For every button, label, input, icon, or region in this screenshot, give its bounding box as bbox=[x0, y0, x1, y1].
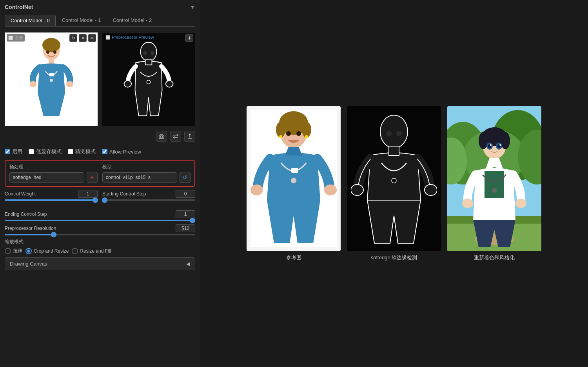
preprocess-res-header: Preprocessor Resolution 512 bbox=[5, 224, 195, 232]
ending-step-value[interactable]: 1 bbox=[176, 210, 195, 218]
svg-point-25 bbox=[296, 131, 301, 136]
svg-point-8 bbox=[53, 51, 56, 54]
ending-step-header: Ending Control Step 1 bbox=[5, 210, 195, 218]
control-weight-slider[interactable] bbox=[5, 199, 98, 201]
low-vram-checkbox[interactable] bbox=[29, 149, 34, 154]
svg-point-62 bbox=[462, 199, 473, 208]
svg-point-60 bbox=[499, 144, 501, 146]
download-preview-btn[interactable]: ⬇ bbox=[185, 34, 193, 42]
radio-resize-fill-label: Resize and Fill bbox=[80, 248, 111, 254]
model-select-row: control_v11p_sd15_s ↺ bbox=[102, 172, 191, 183]
svg-point-29 bbox=[291, 178, 296, 183]
radio-crop-resize-btn[interactable] bbox=[25, 248, 32, 254]
model-refresh-btn[interactable]: ↺ bbox=[180, 172, 191, 183]
scale-mode-section: 缩放模式 拉伸 Crop and Resize Resize and Fill bbox=[5, 239, 195, 254]
radio-stretch[interactable]: 拉伸 bbox=[5, 248, 22, 254]
preprocessor-preview-controls: ⬇ bbox=[185, 34, 193, 42]
upload-btn[interactable] bbox=[184, 131, 195, 142]
svg-rect-37 bbox=[389, 147, 399, 155]
refresh-image-btn[interactable]: ↻ bbox=[69, 34, 77, 42]
ref-result-image bbox=[247, 106, 341, 251]
drawing-canvas-row[interactable]: Drawing Canvas ◀ bbox=[5, 257, 195, 270]
preprocess-fire-btn[interactable]: ✳ bbox=[87, 172, 98, 183]
result-item-edge: softedge 软边缘检测 bbox=[347, 106, 441, 261]
ending-step-slider[interactable] bbox=[5, 220, 195, 221]
preprocessor-label: 预处理 bbox=[9, 164, 98, 170]
preprocessor-preview-box[interactable]: ⬜ Preprocessor Preview ⬇ bbox=[102, 32, 195, 126]
allow-preview-checkbox[interactable] bbox=[102, 149, 107, 154]
model-select[interactable]: control_v11p_sd15_s bbox=[102, 172, 177, 183]
svg-point-28 bbox=[324, 184, 337, 195]
tab-model-2[interactable]: Control Model - 2 bbox=[107, 15, 157, 26]
preprocessor-preview-label: ⬜ Preprocessor Preview bbox=[104, 34, 156, 40]
right-panel: 参考图 bbox=[200, 0, 588, 367]
scale-mode-label: 缩放模式 bbox=[5, 239, 195, 245]
enable-checkbox[interactable] bbox=[5, 149, 10, 154]
svg-point-59 bbox=[490, 144, 492, 146]
edit-image-btn[interactable]: ✏ bbox=[88, 34, 96, 42]
ending-step-slider-row: Ending Control Step 1 bbox=[5, 210, 195, 221]
starting-step-label: Starting Control Step bbox=[102, 191, 146, 197]
input-image-box[interactable]: ⬜ 图像 ↻ ✕ ✏ bbox=[5, 32, 98, 126]
svg-point-39 bbox=[396, 131, 402, 136]
preprocessor-col: 预处理 softedge_hed ✳ bbox=[9, 164, 98, 183]
ref-caption: 参考图 bbox=[286, 254, 301, 261]
svg-point-12 bbox=[166, 81, 173, 87]
anime-caption: 重新着色和风格化 bbox=[474, 254, 515, 261]
ending-step-label: Ending Control Step bbox=[5, 212, 47, 217]
preprocess-res-value[interactable]: 512 bbox=[176, 224, 195, 232]
svg-point-36 bbox=[380, 115, 408, 148]
image-area: ⬜ 图像 ↻ ✕ ✏ bbox=[5, 32, 195, 126]
camera-btn[interactable] bbox=[156, 131, 167, 142]
predict-label: 猜测模式 bbox=[75, 148, 96, 155]
allow-preview-checkbox-item[interactable]: Allow Preview bbox=[102, 149, 141, 155]
edge-detection-preview bbox=[102, 33, 195, 126]
radio-resize-fill[interactable]: Resize and Fill bbox=[72, 248, 111, 254]
svg-point-32 bbox=[305, 135, 308, 138]
radio-stretch-label: 拉伸 bbox=[13, 248, 22, 254]
nurse-input-image bbox=[5, 33, 98, 126]
scale-mode-options: 拉伸 Crop and Resize Resize and Fill bbox=[5, 248, 195, 254]
svg-point-24 bbox=[286, 131, 291, 136]
svg-point-40 bbox=[392, 178, 396, 183]
svg-point-15 bbox=[151, 51, 154, 55]
low-vram-checkbox-item[interactable]: 低显存模式 bbox=[29, 148, 62, 155]
panel-collapse-icon[interactable]: ▼ bbox=[190, 4, 195, 10]
tab-model-0[interactable]: Control Model - 0 bbox=[5, 15, 56, 26]
radio-crop-resize[interactable]: Crop and Resize bbox=[25, 248, 69, 254]
result-item-ref: 参考图 bbox=[247, 106, 341, 261]
toolbar-row bbox=[5, 129, 195, 143]
result-item-anime: 重新着色和风格化 bbox=[447, 106, 541, 261]
svg-point-5 bbox=[50, 79, 53, 82]
predict-checkbox[interactable] bbox=[68, 149, 73, 154]
swap-btn[interactable] bbox=[170, 131, 181, 142]
input-image-controls: ↻ ✕ ✏ bbox=[69, 34, 96, 42]
svg-point-14 bbox=[143, 51, 147, 55]
preprocessor-select[interactable]: softedge_hed bbox=[9, 172, 84, 183]
control-weight-value[interactable]: 1 bbox=[78, 190, 98, 198]
close-image-btn[interactable]: ✕ bbox=[79, 34, 87, 42]
svg-rect-50 bbox=[485, 171, 504, 198]
control-weight-label: Control Weight bbox=[5, 191, 36, 197]
panel-header: ControlNet ▼ bbox=[5, 4, 195, 10]
preprocess-res-slider[interactable] bbox=[5, 234, 195, 235]
radio-resize-fill-btn[interactable] bbox=[72, 248, 78, 254]
drawing-canvas-icon: ◀ bbox=[186, 261, 190, 267]
combined-slider-track bbox=[5, 199, 195, 207]
model-label: 模型 bbox=[102, 164, 191, 170]
predict-checkbox-item[interactable]: 猜测模式 bbox=[68, 148, 96, 155]
nurse-svg bbox=[30, 38, 73, 120]
preprocessor-select-row: softedge_hed ✳ bbox=[9, 172, 98, 183]
enable-label: 启用 bbox=[12, 148, 22, 155]
left-panel: ControlNet ▼ Control Model - 0 Control M… bbox=[0, 0, 200, 367]
radio-stretch-btn[interactable] bbox=[5, 248, 11, 254]
enable-checkbox-item[interactable]: 启用 bbox=[5, 148, 22, 155]
starting-step-slider[interactable] bbox=[102, 199, 195, 201]
ref-image-display bbox=[247, 106, 341, 251]
svg-point-64 bbox=[492, 188, 497, 193]
checkbox-row: 启用 低显存模式 猜测模式 Allow Preview bbox=[5, 146, 195, 157]
svg-point-63 bbox=[515, 199, 526, 208]
control-weight-header: Control Weight 1 bbox=[5, 190, 98, 198]
starting-step-value[interactable]: 0 bbox=[176, 190, 195, 198]
tab-model-1[interactable]: Control Model - 1 bbox=[56, 15, 107, 26]
